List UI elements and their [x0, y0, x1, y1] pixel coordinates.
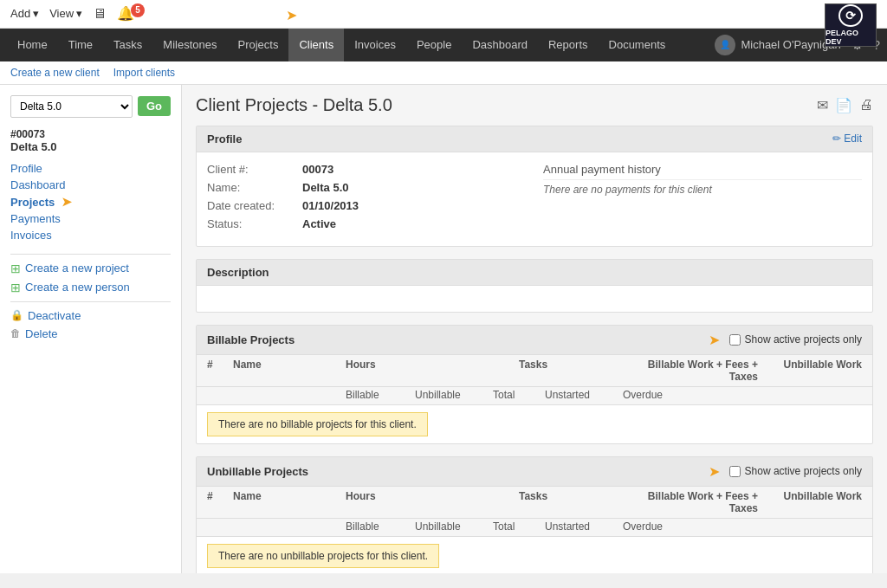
client-select[interactable]: Delta 5.0 [10, 95, 133, 118]
col-total-sub: Total [493, 389, 545, 401]
col-billable-sub: Billable [346, 389, 415, 401]
description-body [197, 286, 872, 312]
col-total-sub-u: Total [493, 520, 545, 533]
show-active-billable-label: Show active projects only [745, 333, 862, 346]
add-menu[interactable]: Add ▾ [10, 7, 39, 20]
add-chevron-icon: ▾ [33, 7, 39, 20]
name-value: Delta 5.0 [302, 181, 348, 194]
billable-arrow-icon: ➤ [709, 332, 720, 348]
show-active-billable-row: ➤ Show active projects only [709, 332, 862, 348]
client-id: #00073 [10, 128, 171, 140]
nav-time[interactable]: Time [58, 29, 103, 61]
create-client-link[interactable]: Create a new client [10, 67, 100, 79]
profile-section-label: Profile [207, 132, 242, 145]
billable-table-subheader: Billable Unbillable Total Unstarted Over… [197, 387, 872, 405]
client-num-value: 00073 [302, 163, 333, 176]
content-action-icons: ✉ 📄 🖨 [817, 97, 873, 113]
import-clients-link[interactable]: Import clients [113, 67, 175, 79]
trash-icon: 🗑 [10, 327, 21, 339]
nav-documents[interactable]: Documents [599, 29, 677, 61]
view-menu[interactable]: View ▾ [49, 7, 82, 20]
description-label: Description [207, 266, 269, 279]
billable-projects-label: Billable Projects [207, 333, 295, 346]
lock-icon: 🔒 [10, 309, 23, 321]
nav-clients[interactable]: Clients [288, 29, 344, 61]
nav-people[interactable]: People [406, 29, 462, 61]
nav-dashboard[interactable]: Dashboard [462, 29, 538, 61]
sidebar-dashboard-link[interactable]: Dashboard [10, 177, 171, 193]
logo-area: ⟳ PELAGO DEV [825, 3, 877, 47]
name-label: Name: [207, 181, 302, 194]
nav-milestones[interactable]: Milestones [152, 29, 227, 61]
pencil-icon: ✏ [832, 132, 841, 145]
sub-nav: Create a new client Import clients [0, 61, 887, 85]
sidebar-invoices-link[interactable]: Invoices [10, 227, 171, 243]
client-name: Delta 5.0 [10, 140, 171, 153]
unbillable-projects-section: Unbillable Projects ➤ Show active projec… [196, 456, 873, 573]
annual-payment-title: Annual payment history [543, 163, 862, 180]
client-num-row: Client #: 00073 [207, 163, 526, 176]
nav-invoices[interactable]: Invoices [344, 29, 406, 61]
show-active-unbillable-label: Show active projects only [745, 465, 862, 477]
view-label: View [49, 7, 74, 20]
show-active-unbillable-row: ➤ Show active projects only [709, 463, 862, 480]
delete-link[interactable]: Delete [25, 327, 58, 340]
view-chevron-icon: ▾ [76, 7, 82, 20]
sidebar-links: Profile Dashboard Projects ➤ Payments In… [10, 160, 171, 243]
col-hash-unbillable: # [207, 490, 233, 514]
edit-button[interactable]: ✏ Edit [832, 132, 862, 145]
profile-body: Client #: 00073 Name: Delta 5.0 Date cre… [197, 152, 872, 246]
sidebar-divider-1 [10, 254, 171, 255]
content-title-row: Client Projects - Delta 5.0 ✉ 📄 🖨 [196, 95, 873, 115]
deactivate-action: 🔒 Deactivate [10, 309, 171, 322]
create-project-link[interactable]: Create a new project [25, 262, 129, 275]
sidebar-profile-link[interactable]: Profile [10, 160, 171, 177]
page-title: Client Projects - Delta 5.0 [196, 95, 392, 115]
profile-section-header: Profile ✏ Edit [197, 126, 872, 152]
print-icon[interactable]: 🖨 [859, 97, 873, 113]
show-active-billable-checkbox[interactable] [729, 334, 741, 346]
unbillable-projects-label: Unbillable Projects [207, 465, 308, 478]
col-unstarted-sub-u: Unstarted [545, 520, 623, 533]
nav-projects[interactable]: Projects [227, 29, 288, 61]
main-layout: Delta 5.0 Go #00073 Delta 5.0 Profile Da… [0, 85, 887, 573]
show-active-unbillable-checkbox[interactable] [729, 466, 741, 477]
unbillable-header: Unbillable Projects ➤ Show active projec… [197, 457, 872, 487]
billable-table-header: # Name Hours Tasks Billable Work + Fees … [197, 355, 872, 387]
document-icon[interactable]: 📄 [835, 97, 852, 113]
sidebar-divider-2 [10, 301, 171, 302]
profile-section: Profile ✏ Edit Client #: 00073 Name: Del… [196, 126, 873, 247]
col-billable-work: Billable Work + Fees + Taxes [623, 359, 758, 383]
col-hash-billable: # [207, 359, 233, 383]
sidebar-payments-link[interactable]: Payments [10, 210, 171, 227]
email-icon[interactable]: ✉ [817, 97, 828, 113]
add-label: Add [10, 7, 30, 20]
status-value: Active [302, 217, 336, 230]
col-billable-work-unbillable: Billable Work + Fees + Taxes [623, 490, 758, 514]
col-unbillable-work-unbillable: Unbillable Work [758, 490, 862, 514]
plus-icon-project: ⊞ [10, 262, 21, 275]
no-unbillable-msg: There are no unbillable projects for thi… [207, 544, 439, 568]
date-created-row: Date created: 01/10/2013 [207, 199, 526, 212]
nav-home[interactable]: Home [7, 29, 58, 61]
annual-payment-empty: There are no payments for this client [543, 184, 862, 196]
go-button[interactable]: Go [138, 96, 171, 116]
logo-text: PELAGO DEV [825, 29, 876, 46]
col-tasks-unbillable-hdr: Tasks [519, 490, 623, 514]
deactivate-link[interactable]: Deactivate [28, 309, 81, 322]
client-num-label: Client #: [207, 163, 302, 176]
date-created-label: Date created: [207, 199, 302, 212]
avatar: 👤 [715, 35, 735, 55]
nav-reports[interactable]: Reports [538, 29, 599, 61]
sidebar-projects-link[interactable]: Projects ➤ [10, 193, 171, 210]
col-hours-unbillable-hdr: Hours [346, 490, 519, 514]
create-person-link[interactable]: Create a new person [25, 281, 130, 294]
col-unbillable-sub: Unbillable [415, 389, 493, 401]
nav-tasks[interactable]: Tasks [103, 29, 152, 61]
delete-action: 🗑 Delete [10, 327, 171, 340]
user-menu[interactable]: 👤 Michael O'Paynigan [715, 35, 840, 55]
unbillable-table-header: # Name Hours Tasks Billable Work + Fees … [197, 487, 872, 519]
col-overdue-sub-u: Overdue [623, 520, 701, 533]
bell-icon[interactable]: 🔔5 [117, 5, 148, 23]
main-nav: Home Time Tasks Milestones Projects Clie… [0, 29, 887, 61]
